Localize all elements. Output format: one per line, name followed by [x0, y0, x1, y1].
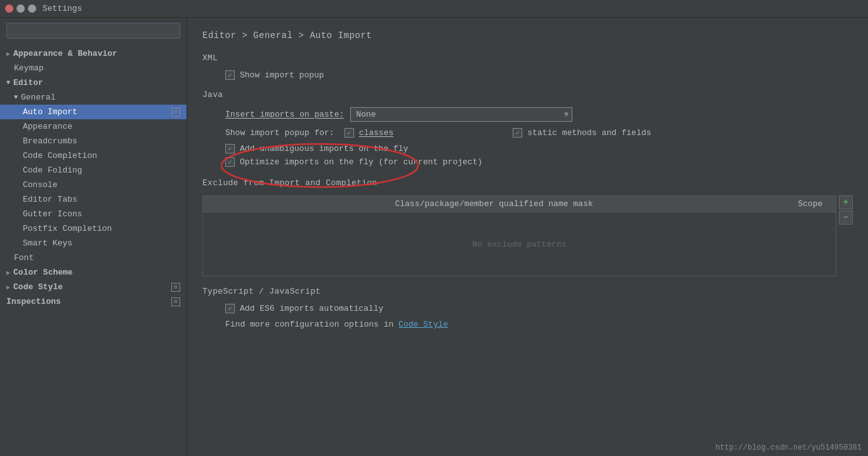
copy-icon: ⊡: [171, 297, 180, 306]
xml-show-import-popup-row: Show import popup: [202, 70, 853, 80]
add-es6-row: Add ES6 imports automatically: [202, 304, 853, 313]
typescript-section: TypeScript / JavaScript Add ES6 imports …: [202, 287, 853, 329]
sidebar-item-label: Appearance & Behavior: [13, 49, 117, 58]
arrow-icon: ▼: [6, 79, 10, 86]
sidebar-item-color-scheme[interactable]: ▶ Color Scheme: [0, 265, 187, 280]
classes-label: classes: [359, 128, 394, 138]
sidebar-item-label: General: [21, 93, 56, 102]
sidebar-item-gutter-icons[interactable]: Gutter Icons: [0, 207, 187, 221]
arrow-icon: ▶: [6, 283, 10, 291]
arrow-icon: ▼: [14, 94, 18, 101]
sidebar-item-keymap[interactable]: Keymap: [0, 61, 187, 75]
sidebar-item-code-completion[interactable]: Code Completion: [0, 148, 187, 163]
show-import-popup-for-row: Show import popup for: classes static me…: [202, 128, 853, 138]
sidebar-item-smart-keys[interactable]: Smart Keys: [0, 236, 187, 251]
sidebar-item-label: Editor Tabs: [23, 195, 77, 204]
sidebar-item-label: Appearance: [23, 122, 72, 131]
content-area: Editor > General > Auto Import XML Show …: [187, 18, 868, 456]
add-unambiguous-checkbox[interactable]: Add unambiguous imports on the fly: [225, 144, 408, 153]
optimize-imports-label: Optimize imports on the fly (for current…: [240, 157, 482, 167]
sidebar-item-label: Gutter Icons: [23, 209, 82, 219]
optimize-imports-checkbox-icon: [225, 157, 235, 167]
sidebar-item-label: Inspections: [6, 297, 61, 306]
sidebar-item-editor[interactable]: ▼ Editor: [0, 75, 187, 90]
minimize-button[interactable]: [16, 4, 25, 13]
checkbox-icon: [225, 70, 235, 80]
code-style-link[interactable]: Code Style: [398, 320, 448, 329]
xml-section-label: XML: [202, 53, 853, 63]
sidebar-item-postfix-completion[interactable]: Postfix Completion: [0, 221, 187, 236]
sidebar-item-inspections[interactable]: Inspections ⊡: [0, 294, 187, 309]
insert-imports-dropdown-wrapper: None Ask All ▼: [350, 107, 572, 122]
find-more-text: Find more configuration options in: [225, 320, 393, 329]
sidebar-item-auto-import[interactable]: Auto Import ⊡: [0, 105, 187, 119]
show-import-popup-label: Show import popup: [240, 70, 324, 80]
title-bar: Settings: [0, 0, 868, 18]
sidebar-item-label: Font: [14, 253, 34, 263]
sidebar-item-label: Code Style: [13, 282, 63, 292]
typescript-section-label: TypeScript / JavaScript: [202, 287, 853, 296]
empty-table-text: No exclude patterns: [472, 240, 566, 249]
insert-imports-label: Insert imports on paste:: [225, 110, 344, 119]
sidebar-item-label: Code Folding: [23, 166, 82, 175]
java-section-label: Java: [202, 90, 853, 100]
classes-checkbox-container[interactable]: classes: [345, 128, 394, 138]
sidebar-item-code-style[interactable]: ▶ Code Style ⊡: [0, 280, 187, 294]
sidebar-item-label: Smart Keys: [23, 238, 72, 248]
insert-imports-dropdown[interactable]: None Ask All: [350, 107, 572, 122]
add-pattern-button[interactable]: +: [839, 195, 853, 209]
bottom-url: http://blog.csdn.net/yu514950381: [716, 443, 862, 452]
optimize-imports-row: Optimize imports on the fly (for current…: [225, 157, 853, 167]
close-button[interactable]: [5, 4, 13, 13]
sidebar-item-label: Color Scheme: [13, 268, 73, 277]
sidebar-item-label: Auto Import: [23, 107, 77, 117]
sidebar-item-label: Postfix Completion: [23, 224, 112, 233]
classes-checkbox-icon: [345, 128, 354, 138]
sidebar-item-label: Console: [23, 180, 58, 190]
sidebar-item-label: Keymap: [14, 63, 44, 73]
sidebar-item-label: Breadcrumbs: [23, 136, 77, 146]
copy-icon: ⊡: [171, 108, 180, 117]
sidebar-item-general[interactable]: ▼ General: [0, 90, 187, 105]
remove-pattern-button[interactable]: −: [839, 211, 853, 225]
sidebar-item-label: Code Completion: [23, 151, 97, 160]
sidebar: ▶ Appearance & Behavior Keymap ▼ Editor …: [0, 18, 187, 456]
sidebar-item-appearance[interactable]: Appearance: [0, 119, 187, 134]
exclude-section: Exclude from Import and Completion Class…: [202, 178, 853, 277]
add-es6-checkbox-icon: [225, 304, 235, 313]
sidebar-item-label: Editor: [13, 78, 43, 88]
table-header: Class/package/member qualified name mask…: [203, 196, 836, 212]
find-more-row: Find more configuration options in Code …: [202, 320, 853, 329]
add-unambiguous-checkbox-icon: [225, 144, 235, 153]
insert-imports-row: Insert imports on paste: None Ask All ▼: [202, 107, 853, 122]
exclude-table-area: Class/package/member qualified name mask…: [202, 195, 853, 277]
table-side-buttons: + −: [839, 195, 853, 277]
add-es6-label: Add ES6 imports automatically: [240, 304, 383, 313]
circled-checkboxes-area: Add unambiguous imports on the fly Optim…: [202, 144, 853, 173]
nav-tree: ▶ Appearance & Behavior Keymap ▼ Editor …: [0, 44, 187, 456]
add-unambiguous-row: Add unambiguous imports on the fly: [225, 144, 853, 153]
copy-icon: ⊡: [171, 283, 180, 292]
sidebar-item-console[interactable]: Console: [0, 178, 187, 192]
table-body: No exclude patterns: [203, 212, 836, 276]
arrow-icon: ▶: [6, 50, 10, 58]
search-input[interactable]: [6, 23, 180, 39]
sidebar-item-breadcrumbs[interactable]: Breadcrumbs: [0, 134, 187, 148]
breadcrumb: Editor > General > Auto Import: [202, 30, 853, 41]
main-layout: ▶ Appearance & Behavior Keymap ▼ Editor …: [0, 18, 868, 456]
show-import-popup-checkbox[interactable]: Show import popup: [225, 70, 324, 80]
window-title: Settings: [43, 4, 82, 13]
arrow-icon: ▶: [6, 269, 10, 277]
optimize-imports-checkbox[interactable]: Optimize imports on the fly (for current…: [225, 157, 482, 167]
add-es6-checkbox[interactable]: Add ES6 imports automatically: [225, 304, 383, 313]
sidebar-item-font[interactable]: Font: [0, 251, 187, 265]
sidebar-item-appearance-behavior[interactable]: ▶ Appearance & Behavior: [0, 46, 187, 61]
maximize-button[interactable]: [28, 4, 36, 13]
add-unambiguous-label: Add unambiguous imports on the fly: [240, 144, 408, 153]
sidebar-item-code-folding[interactable]: Code Folding: [0, 163, 187, 178]
sidebar-item-editor-tabs[interactable]: Editor Tabs: [0, 192, 187, 207]
window-controls[interactable]: [5, 4, 36, 13]
static-methods-label: static methods and fields: [527, 128, 651, 138]
static-methods-checkbox-container[interactable]: static methods and fields: [513, 128, 651, 138]
table-header-scope: Scope: [785, 196, 836, 212]
